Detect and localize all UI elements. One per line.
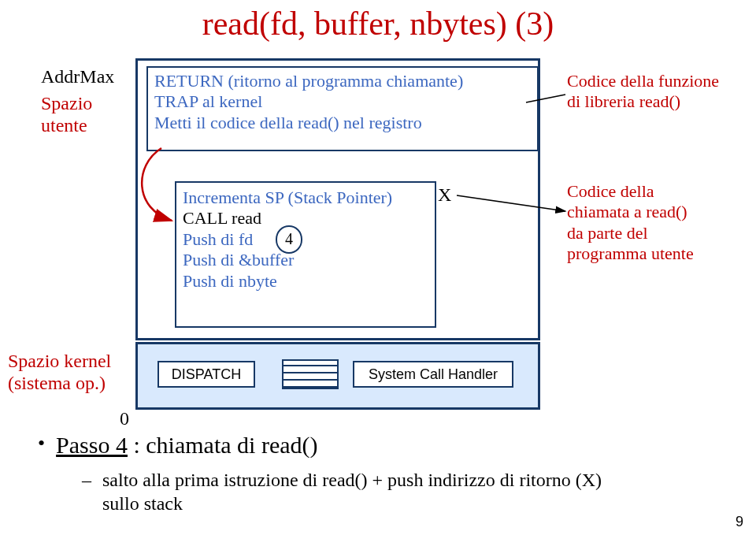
annotation-lib-read: Codice della funzione di libreria read() (567, 71, 719, 113)
anno2-l2: chiamata a read() (567, 202, 694, 222)
label-spazio-kernel-l1: Spazio kernel (8, 351, 111, 373)
step4-sub-l1: salto alla prima istruzione di read() + … (102, 470, 602, 490)
label-spazio-kernel: Spazio kernel (sistema op.) (8, 351, 111, 394)
label-zero: 0 (120, 408, 129, 429)
anno1-l2: di libreria read() (567, 91, 719, 112)
label-spazio-utente-l1: Spazio (41, 93, 92, 115)
lib-line-2: TRAP al kernel (154, 91, 531, 112)
page-title: read(fd, buffer, nbytes) (3) (0, 5, 756, 43)
dispatch-box: DISPATCH (158, 361, 255, 388)
step4-label: Passo 4 (56, 432, 128, 458)
caller-code-box: Incrementa SP (Stack Pointer) CALL read … (175, 181, 436, 328)
label-spazio-utente-l2: utente (41, 115, 92, 137)
step4-sub: –salto alla prima istruzione di read() +… (82, 468, 602, 515)
label-spazio-utente: Spazio utente (41, 93, 92, 136)
caller-line-3: Push di fd (183, 229, 428, 250)
page-number: 9 (736, 514, 743, 530)
annotation-caller: Codice della chiamata a read() da parte … (567, 181, 694, 265)
lib-line-3: Metti il codice della read() nel registr… (154, 113, 531, 133)
step4-rest: : chiamata di read() (128, 432, 318, 458)
label-spazio-kernel-l2: (sistema op.) (8, 373, 111, 395)
return-address-x: X (438, 184, 451, 206)
label-addrmax: AddrMax (41, 66, 114, 87)
bullet-dot-icon: • (38, 432, 45, 455)
anno2-l1: Codice della (567, 181, 694, 202)
step4-bullet: •Passo 4 : chiamata di read() (38, 432, 318, 459)
anno2-l3: da parte del (567, 223, 694, 243)
caller-line-1: Incrementa SP (Stack Pointer) (183, 188, 428, 208)
step4-sub-l2: sullo stack (102, 493, 183, 514)
anno1-l1: Codice della funzione (567, 71, 719, 91)
caller-line-4: Push di &buffer (183, 250, 428, 270)
dispatch-table-icon (282, 359, 339, 389)
caller-line-2: CALL read (183, 208, 428, 228)
caller-line-5: Push di nbyte (183, 271, 428, 292)
lib-line-1: RETURN (ritorno al programma chiamante) (154, 71, 531, 91)
step-bubble-4: 4 (276, 225, 302, 254)
dash-icon: – (82, 470, 91, 490)
syscall-handler-box: System Call Handler (353, 361, 513, 388)
anno2-l4: programma utente (567, 243, 694, 264)
library-code-box: RETURN (ritorno al programma chiamante) … (146, 66, 539, 151)
